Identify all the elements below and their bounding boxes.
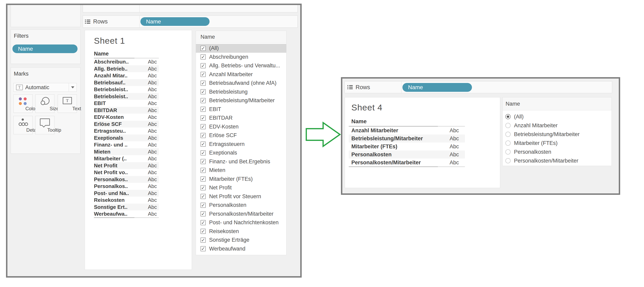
checkbox-list-item[interactable]: Post- und Nachrichtenkosten — [196, 218, 286, 227]
radio-icon[interactable] — [506, 123, 510, 128]
checkbox-icon[interactable] — [200, 237, 206, 243]
checkbox-list-item[interactable]: Betriebsleistung — [196, 88, 286, 96]
table-row: Net Profit Abc — [94, 162, 159, 169]
radio-icon[interactable] — [506, 140, 510, 146]
checkbox-item-label: EBIT — [209, 106, 221, 112]
radio-icon[interactable] — [506, 158, 510, 163]
checkbox-list-item[interactable]: (All) — [196, 44, 286, 53]
checkbox-list-item[interactable]: Exeptionals — [196, 149, 286, 157]
sheet1-table: Name Abschreibun.. Abc Allg. Betrieb.. A… — [94, 50, 159, 218]
checkbox-icon[interactable] — [200, 159, 206, 164]
checkbox-list-item[interactable]: Personalkosten/Mitarbeiter — [196, 210, 286, 218]
radio-icon[interactable] — [506, 149, 510, 155]
checkbox-list-item[interactable]: Sonstige Erträge — [196, 236, 286, 244]
rows-pill-name[interactable]: Name — [402, 83, 472, 92]
checkbox-list-item[interactable]: Reisekosten — [196, 227, 286, 236]
checkbox-icon[interactable] — [200, 141, 206, 147]
table-row: EBITDAR Abc — [94, 107, 159, 114]
rows-shelf-icon — [85, 19, 90, 25]
checkbox-list-item[interactable]: Werbeaufwand — [196, 244, 286, 253]
radio-list-item[interactable]: Personalkosten/Mitarbeiter — [502, 156, 612, 165]
checkbox-icon[interactable] — [200, 185, 206, 190]
sheet4-view-card: Sheet 4 Name Anzahl Mitarbeiter Abc Betr… — [345, 97, 500, 188]
checkbox-icon[interactable] — [200, 72, 206, 77]
checkbox-icon[interactable] — [200, 54, 206, 60]
tooltip-button[interactable]: Tooltip — [35, 116, 54, 134]
detail-button[interactable]: Detail — [14, 116, 33, 134]
checkbox-item-label: Mieten — [209, 167, 225, 173]
checkbox-list-item[interactable]: Ertragssteuern — [196, 140, 286, 149]
checkbox-list-item[interactable]: Finanz- und Bet.Ergebnis — [196, 157, 286, 166]
checkbox-icon[interactable] — [200, 211, 206, 216]
checkbox-list-item[interactable]: Anzahl Mitarbeiter — [196, 70, 286, 79]
radio-list-item[interactable]: Personalkosten — [502, 148, 612, 156]
checkbox-icon[interactable] — [200, 133, 206, 138]
checkbox-icon[interactable] — [200, 63, 206, 68]
checkbox-list-item[interactable]: Mitarbeiter (FTEs) — [196, 175, 286, 184]
checkbox-list-item[interactable]: Personalkosten — [196, 201, 286, 210]
mark-type-dropdown[interactable]: T Automatic — [14, 83, 77, 92]
checkbox-icon[interactable] — [200, 89, 206, 94]
row-value-type: Abc — [134, 121, 159, 128]
colour-button[interactable]: Colour — [14, 94, 33, 113]
filters-label: Filters — [14, 33, 29, 39]
checkbox-list-item[interactable]: Erlöse SCF — [196, 131, 286, 140]
checkbox-filter-list: (All) Abschreibungen Allg. Betriebs- und… — [196, 44, 286, 253]
checkbox-icon[interactable] — [200, 229, 206, 234]
radio-list-item[interactable]: Betriebsleistung/Mitarbeiter — [502, 130, 612, 139]
row-label: Personalkosten — [349, 151, 438, 159]
checkbox-icon[interactable] — [200, 203, 206, 208]
checkbox-list-item[interactable]: Allg. Betriebs- und Verwaltu... — [196, 61, 286, 70]
table-row: Mitarbeiter (FTEs) Abc — [349, 142, 465, 151]
checkbox-icon[interactable] — [200, 246, 206, 251]
checkbox-list-item[interactable]: EBIT — [196, 105, 286, 114]
checkbox-icon[interactable] — [200, 168, 206, 173]
radio-list-item[interactable]: (All) — [502, 112, 612, 121]
columns-shelf-partial — [83, 4, 298, 13]
detail-dots-icon — [18, 118, 28, 127]
row-value-type: Abc — [134, 114, 159, 121]
dropdown-caret-zone[interactable] — [69, 83, 76, 92]
checkbox-icon[interactable] — [200, 81, 206, 86]
table-row: Personalkosten/Mitarbeiter Abc — [349, 159, 465, 167]
checkbox-item-label: EBITDAR — [209, 115, 232, 121]
sheet-title: Sheet 1 — [94, 36, 125, 46]
checkbox-icon[interactable] — [200, 176, 206, 182]
filters-pill-name[interactable]: Name — [12, 45, 78, 53]
radio-list-item[interactable]: Mitarbeiter (FTEs) — [502, 139, 612, 148]
checkbox-list-item[interactable]: Net Profit vor Steuern — [196, 192, 286, 201]
checkbox-icon[interactable] — [200, 220, 206, 225]
checkbox-list-item[interactable]: EBITDAR — [196, 114, 286, 122]
radio-list-item[interactable]: Anzahl Mitarbeiter — [502, 121, 612, 130]
text-button[interactable]: T Text — [58, 94, 77, 113]
radio-item-label: Personalkosten/Mitarbeiter — [514, 158, 578, 164]
checkbox-list-item[interactable]: Abschreibungen — [196, 53, 286, 62]
checkbox-icon[interactable] — [200, 124, 206, 129]
table-row: Anzahl Mitarbeiter Abc — [349, 126, 465, 134]
checkbox-icon[interactable] — [200, 46, 206, 51]
green-right-arrow — [305, 122, 341, 148]
rows-shelf: Rows Name — [344, 81, 612, 93]
radio-icon[interactable] — [506, 132, 510, 137]
row-value-type: Abc — [134, 86, 159, 93]
checkbox-list-item[interactable]: Mieten — [196, 166, 286, 175]
checkbox-icon[interactable] — [200, 150, 206, 156]
checkbox-icon[interactable] — [200, 115, 206, 121]
radio-icon[interactable] — [506, 114, 510, 119]
table-row: Anzahl Mitar.. Abc — [94, 72, 159, 79]
table-row: Reisekosten Abc — [94, 197, 159, 204]
checkbox-icon[interactable] — [200, 194, 206, 199]
rows-pill-name[interactable]: Name — [140, 17, 210, 26]
table-row: Betriebsleist.. Abc — [94, 86, 159, 93]
size-button[interactable]: Size — [35, 94, 54, 113]
checkbox-icon[interactable] — [200, 107, 206, 112]
row-value-type: Abc — [134, 155, 159, 162]
checkbox-list-item[interactable]: Betriebsaufwand (ohne AfA) — [196, 79, 286, 88]
checkbox-list-item[interactable]: EDV-Kosten — [196, 122, 286, 131]
table-row: Ertragssteu.. Abc — [94, 127, 159, 134]
checkbox-icon[interactable] — [200, 98, 206, 103]
checkbox-list-item[interactable]: Betriebsleistung/Mitarbeiter — [196, 96, 286, 105]
rows-shelf-label: Rows — [356, 84, 370, 91]
row-label: Betriebsleist.. — [94, 93, 134, 100]
checkbox-list-item[interactable]: Net Profit — [196, 183, 286, 192]
